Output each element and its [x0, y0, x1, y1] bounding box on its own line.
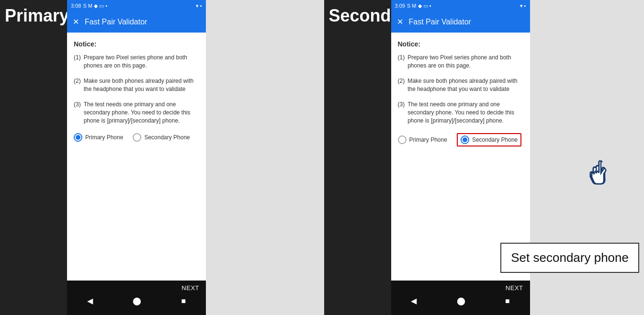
secondary-app-title: Fast Pair Validator — [409, 18, 471, 26]
primary-radio-circle-primary — [74, 133, 82, 142]
secondary-notice-title: Notice: — [398, 40, 523, 48]
primary-radio-inner — [76, 135, 80, 140]
secondary-status-right: ▾ ▪ — [520, 3, 526, 9]
primary-phone-frame: 3:08 S M ◆ ▭ • ▾ ▪ ✕ Fast Pair Validator… — [67, 0, 206, 315]
list-item: (2) Make sure both phones already paired… — [74, 77, 199, 94]
list-item: (2) Make sure both phones already paired… — [398, 77, 523, 94]
secondary-bottom-bar: NEXT ◀ ⬤ ■ — [391, 281, 530, 315]
secondary-radio-secondary[interactable]: Secondary Phone — [457, 133, 521, 146]
secondary-status-bar: 3:09 S M ◆ ▭ • ▾ ▪ — [391, 0, 530, 11]
primary-next-button[interactable]: NEXT — [67, 281, 206, 293]
secondary-app-bar: ✕ Fast Pair Validator — [391, 11, 530, 33]
primary-status-right: ▾ ▪ — [196, 3, 202, 9]
secondary-radio-inner — [463, 137, 467, 142]
list-item: (1) Prepare two Pixel series phone and b… — [74, 54, 199, 70]
secondary-status-left: 3:09 S M ◆ ▭ • — [395, 3, 431, 9]
primary-notice-list: (1) Prepare two Pixel series phone and b… — [74, 54, 199, 125]
primary-app-title: Fast Pair Validator — [85, 18, 147, 26]
primary-status-left: 3:08 S M ◆ ▭ • — [71, 3, 107, 9]
list-item: (1) Prepare two Pixel series phone and b… — [398, 54, 523, 70]
cursor-hand-icon — [588, 160, 611, 191]
secondary-close-icon[interactable]: ✕ — [397, 18, 403, 26]
primary-notice-title: Notice: — [74, 40, 199, 48]
primary-radio-group: Primary Phone Secondary Phone — [74, 133, 199, 142]
secondary-radio-group: Primary Phone Secondary Phone — [398, 133, 523, 146]
secondary-notice-list: (1) Prepare two Pixel series phone and b… — [398, 54, 523, 125]
panel-divider — [320, 0, 324, 315]
back-icon[interactable]: ◀ — [411, 296, 417, 305]
primary-content: Notice: (1) Prepare two Pixel series pho… — [67, 33, 206, 281]
primary-nav-icons: ◀ ⬤ ■ — [67, 293, 206, 310]
primary-radio-secondary[interactable]: Secondary Phone — [133, 133, 190, 142]
secondary-radio-circle-primary — [398, 135, 407, 144]
secondary-next-button[interactable]: NEXT — [391, 281, 530, 293]
primary-close-icon[interactable]: ✕ — [73, 18, 79, 26]
secondary-nav-icons: ◀ ⬤ ■ — [391, 293, 530, 310]
recents-icon[interactable]: ■ — [505, 297, 510, 305]
secondary-panel: Secondary 3:09 S M ◆ ▭ • ▾ ▪ ✕ Fast Pair… — [324, 0, 644, 315]
recents-icon[interactable]: ■ — [181, 297, 186, 305]
secondary-label: Secondary — [324, 0, 391, 315]
primary-label: Primary — [0, 0, 67, 315]
primary-bottom-bar: NEXT ◀ ⬤ ■ — [67, 281, 206, 315]
primary-panel: Primary 3:08 S M ◆ ▭ • ▾ ▪ ✕ Fast Pair V… — [0, 0, 320, 315]
secondary-radio-circle-secondary — [461, 135, 469, 144]
list-item: (3) The test needs one primary and one s… — [398, 101, 523, 125]
primary-status-bar: 3:08 S M ◆ ▭ • ▾ ▪ — [67, 0, 206, 11]
set-secondary-phone-tooltip: Set secondary phone — [500, 243, 639, 273]
home-icon[interactable]: ⬤ — [133, 296, 141, 305]
primary-radio-circle-secondary — [133, 133, 141, 142]
secondary-annotation-area: Set secondary phone — [530, 0, 644, 315]
primary-radio-primary[interactable]: Primary Phone — [74, 133, 123, 142]
back-icon[interactable]: ◀ — [87, 296, 93, 305]
secondary-radio-primary[interactable]: Primary Phone — [398, 135, 447, 144]
primary-app-bar: ✕ Fast Pair Validator — [67, 11, 206, 33]
home-icon[interactable]: ⬤ — [457, 296, 465, 305]
list-item: (3) The test needs one primary and one s… — [74, 101, 199, 125]
